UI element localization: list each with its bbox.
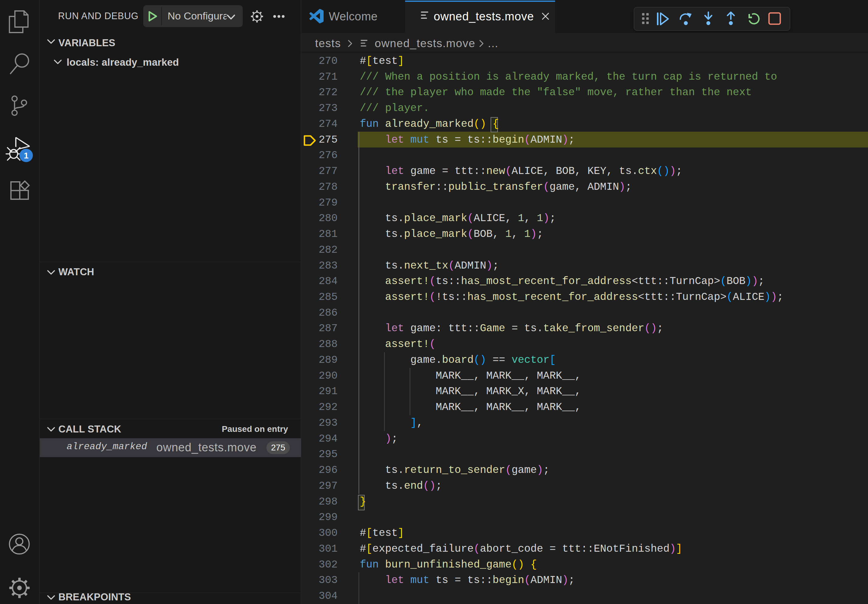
svg-text:1: 1 — [24, 151, 29, 160]
